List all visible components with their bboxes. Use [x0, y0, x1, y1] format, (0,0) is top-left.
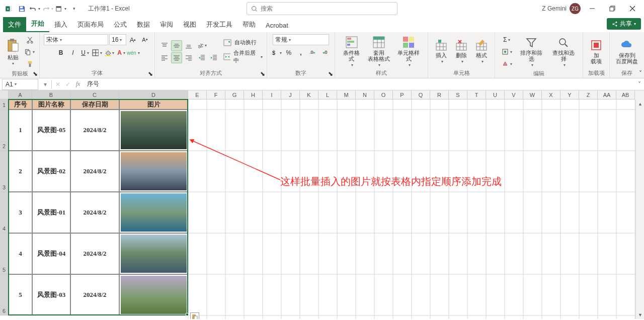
indent-decrease-button[interactable] [196, 52, 207, 63]
delete-cells-button[interactable]: 删除 [452, 38, 470, 65]
clipboard-launcher[interactable]: ⬊ [32, 71, 38, 77]
tab-help[interactable]: 帮助 [237, 17, 261, 32]
minimize-button[interactable] [584, 2, 601, 16]
col-header-J[interactable]: J [281, 90, 300, 99]
col-header-D[interactable]: D [119, 90, 188, 99]
data-cell[interactable]: 风景图-04 [32, 233, 70, 274]
data-cell[interactable]: 5 [9, 274, 32, 315]
col-header-T[interactable]: T [467, 90, 486, 99]
phonetic-button[interactable]: wén [128, 47, 139, 58]
data-cell[interactable]: 2024/8/2 [70, 274, 119, 315]
number-format-combo[interactable]: 常规 [273, 34, 329, 45]
restore-button[interactable] [604, 2, 621, 16]
cell-styles-button[interactable]: 单元格样式 [393, 35, 424, 68]
row-header-6[interactable]: 6 [0, 274, 9, 315]
col-header-H[interactable]: H [244, 90, 263, 99]
fill-button[interactable] [499, 46, 514, 57]
paste-button[interactable]: 粘贴 ▾ [4, 37, 22, 67]
vertical-scrollbar[interactable]: ▲ ▼ [635, 99, 644, 319]
fill-color-button[interactable] [104, 47, 115, 58]
undo-button[interactable] [29, 3, 40, 14]
col-header-S[interactable]: S [449, 90, 467, 99]
tab-home[interactable]: 开始 [26, 16, 49, 32]
scroll-down-button[interactable]: ▼ [636, 310, 644, 319]
formula-bar-expand[interactable]: ˅ [635, 81, 644, 88]
tab-pagelayout[interactable]: 页面布局 [72, 17, 109, 32]
tab-view[interactable]: 视图 [178, 17, 201, 32]
number-launcher[interactable]: ⬊ [328, 71, 334, 77]
image-cell[interactable] [119, 110, 188, 151]
col-header-U[interactable]: U [486, 90, 505, 99]
image-cell[interactable] [119, 233, 188, 274]
close-button[interactable] [624, 2, 641, 16]
sort-filter-button[interactable]: 排序和筛选 [516, 36, 546, 68]
addins-button[interactable]: 加 载项 [587, 38, 605, 65]
search-box[interactable]: 搜索 [247, 2, 397, 15]
orientation-button[interactable]: ab [196, 40, 207, 51]
autosum-button[interactable]: Σ [499, 34, 514, 45]
tab-review[interactable]: 审阅 [155, 17, 178, 32]
data-cell[interactable]: 2 [9, 151, 32, 192]
col-header-Q[interactable]: Q [412, 90, 430, 99]
col-header-L[interactable]: L [318, 90, 337, 99]
namebox-dropdown[interactable]: ▾ [40, 79, 50, 89]
format-painter-button[interactable] [24, 58, 35, 69]
col-header-V[interactable]: V [505, 90, 523, 99]
align-right-button[interactable] [183, 52, 194, 63]
save-baidu-button[interactable]: 保存到 百度网盘 [614, 38, 640, 65]
row-header-1[interactable]: 1 [0, 99, 9, 110]
row-header-4[interactable]: 4 [0, 192, 9, 233]
save-icon[interactable] [16, 3, 27, 14]
row-header-2[interactable]: 2 [0, 110, 9, 151]
col-header-AA[interactable]: AA [598, 90, 616, 99]
image-cell[interactable] [119, 192, 188, 233]
accounting-button[interactable]: $ [271, 47, 282, 58]
confirm-edit-button[interactable]: ✓ [63, 79, 73, 89]
font-color-button[interactable]: A [116, 47, 127, 58]
font-size-combo[interactable]: 16 [109, 34, 126, 45]
image-cell[interactable] [119, 274, 188, 315]
share-button[interactable]: 共享 ▾ [607, 18, 641, 30]
col-header-N[interactable]: N [356, 90, 374, 99]
insert-function-button[interactable]: fx [73, 79, 83, 89]
align-bottom-button[interactable] [183, 40, 194, 51]
tab-data[interactable]: 数据 [132, 17, 155, 32]
ribbon-collapse-button[interactable]: ˅ [639, 70, 642, 77]
cells-area[interactable]: 序号图片名称保存日期图片1风景图-052024/8/22风景图-022024/8… [9, 99, 644, 315]
col-header-M[interactable]: M [337, 90, 356, 99]
header-cell[interactable]: 图片 [119, 99, 188, 110]
data-cell[interactable]: 2024/8/2 [70, 233, 119, 274]
align-center-button[interactable] [171, 52, 182, 63]
col-header-W[interactable]: W [523, 90, 542, 99]
header-cell[interactable]: 序号 [9, 99, 32, 110]
data-cell[interactable]: 2024/8/2 [70, 151, 119, 192]
indent-increase-button[interactable] [208, 52, 219, 63]
wrap-text-button[interactable]: 自动换行 [223, 39, 263, 46]
col-header-Y[interactable]: Y [560, 90, 579, 99]
col-header-C[interactable]: C [70, 90, 119, 99]
conditional-format-button[interactable]: 条件格式 [339, 35, 364, 68]
data-cell[interactable]: 风景图-02 [32, 151, 70, 192]
data-cell[interactable]: 风景图-05 [32, 110, 70, 151]
user-avatar[interactable]: ZG [570, 3, 581, 14]
qat-more-button[interactable]: ▾ [68, 3, 79, 14]
tab-acrobat[interactable]: Acrobat [261, 19, 293, 32]
shrink-font-button[interactable]: A▾ [139, 34, 150, 45]
cut-button[interactable] [24, 34, 35, 45]
font-name-combo[interactable]: 宋体 [44, 34, 108, 45]
name-box[interactable]: A1 [2, 79, 38, 90]
data-cell[interactable]: 1 [9, 110, 32, 151]
data-cell[interactable]: 2024/8/2 [70, 110, 119, 151]
tab-insert[interactable]: 插入 [49, 17, 72, 32]
decrease-decimal-button[interactable]: .0 [319, 47, 331, 58]
col-header-G[interactable]: G [225, 90, 244, 99]
grow-font-button[interactable]: A▴ [127, 34, 138, 45]
col-header-Z[interactable]: Z [579, 90, 598, 99]
scroll-up-button[interactable]: ▲ [636, 99, 644, 108]
col-header-K[interactable]: K [300, 90, 318, 99]
font-launcher[interactable]: ⬊ [147, 71, 153, 77]
clear-button[interactable] [499, 58, 514, 69]
qat-custom-button[interactable] [55, 3, 66, 14]
percent-button[interactable]: % [283, 47, 294, 58]
bold-button[interactable]: B [55, 47, 66, 58]
